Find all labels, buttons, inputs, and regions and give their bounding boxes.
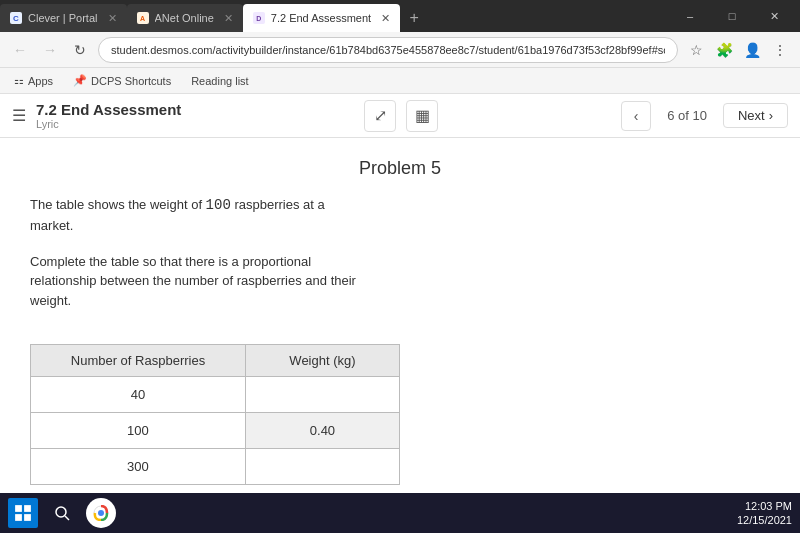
tab-clever-close[interactable]: ✕ [108,12,117,25]
bookmark-star-icon[interactable]: ☆ [684,38,708,62]
svg-line-5 [65,516,69,520]
clever-favicon: C [10,12,22,24]
svg-point-4 [56,507,66,517]
back-button[interactable]: ← [8,38,32,62]
start-button[interactable] [8,498,38,528]
dcps-icon: 📌 [73,74,87,87]
apps-label: Apps [28,75,53,87]
table-cell-weight: 0.40 [245,413,399,449]
table-cell-raspberries: 300 [31,449,246,485]
time-display: 12:03 PM [737,499,792,513]
highlight-number: 100 [206,197,231,213]
svg-rect-0 [15,505,22,512]
toolbar-icons: ☆ 🧩 👤 ⋮ [684,38,792,62]
title-bar: C Clever | Portal ✕ A ANet Online ✕ D 7.… [0,0,800,32]
svg-rect-1 [24,505,31,512]
tabs-container: C Clever | Portal ✕ A ANet Online ✕ D 7.… [0,0,428,32]
tab-clever[interactable]: C Clever | Portal ✕ [0,4,127,32]
taskbar-chrome-icon[interactable] [86,498,116,528]
table-cell-raspberries: 100 [31,413,246,449]
page-content: ☰ 7.2 End Assessment Lyric ⤢ ▦ ‹ 6 of 10… [0,94,800,533]
table-row: 300 [31,449,400,485]
address-input[interactable] [98,37,678,63]
data-table: Number of Raspberries Weight (kg) 401000… [30,344,400,485]
table-cell-raspberries: 40 [31,377,246,413]
app-title: 7.2 End Assessment [36,101,181,118]
hamburger-menu-icon[interactable]: ☰ [12,106,26,125]
minimize-button[interactable]: – [670,0,710,32]
problem-title: Problem 5 [30,158,770,179]
table-cell-weight[interactable] [245,377,399,413]
menu-dots-icon[interactable]: ⋮ [768,38,792,62]
tab-anet[interactable]: A ANet Online ✕ [127,4,243,32]
tab-desmos-close[interactable]: ✕ [381,12,390,25]
dcps-bookmark[interactable]: 📌 DCPS Shortcuts [67,72,177,89]
taskbar-left [8,498,116,528]
tab-anet-label: ANet Online [155,12,214,24]
tab-clever-label: Clever | Portal [28,12,98,24]
address-bar: ← → ↻ ☆ 🧩 👤 ⋮ [0,32,800,68]
dcps-label: DCPS Shortcuts [91,75,171,87]
next-icon: › [769,108,773,123]
tab-desmos[interactable]: D 7.2 End Assessment ✕ [243,4,400,32]
svg-rect-3 [24,514,31,521]
date-display: 12/15/2021 [737,513,792,527]
app-header-left: ☰ 7.2 End Assessment Lyric [12,101,181,130]
app-header-right: ‹ 6 of 10 Next › [621,101,788,131]
svg-point-7 [98,510,104,516]
description-part1: The table shows the weight of [30,197,206,212]
taskbar: 12:03 PM 12/15/2021 [0,493,800,533]
reload-button[interactable]: ↻ [68,38,92,62]
tab-anet-close[interactable]: ✕ [224,12,233,25]
app-title-block: 7.2 End Assessment Lyric [36,101,181,130]
new-tab-button[interactable]: + [400,4,428,32]
main-area: Problem 5 The table shows the weight of … [0,138,800,533]
taskbar-right: 12:03 PM 12/15/2021 [737,499,792,528]
reading-list-bookmark[interactable]: Reading list [185,73,254,89]
maximize-button[interactable]: □ [712,0,752,32]
apps-bookmark[interactable]: ⚏ Apps [8,72,59,89]
reading-list-label: Reading list [191,75,248,87]
taskbar-search-button[interactable] [46,498,78,528]
col2-header: Weight (kg) [245,345,399,377]
close-button[interactable]: ✕ [754,0,794,32]
page-counter: 6 of 10 [659,108,715,123]
desmos-favicon: D [253,12,265,24]
forward-button[interactable]: → [38,38,62,62]
next-page-button[interactable]: Next › [723,103,788,128]
apps-icon: ⚏ [14,74,24,87]
app-header: ☰ 7.2 End Assessment Lyric ⤢ ▦ ‹ 6 of 10… [0,94,800,138]
bookmarks-bar: ⚏ Apps 📌 DCPS Shortcuts Reading list [0,68,800,94]
col1-header: Number of Raspberries [31,345,246,377]
table-row: 40 [31,377,400,413]
app-header-center: ⤢ ▦ [364,100,438,132]
extensions-icon[interactable]: 🧩 [712,38,736,62]
table-row: 1000.40 [31,413,400,449]
taskbar-time: 12:03 PM 12/15/2021 [737,499,792,528]
profile-icon[interactable]: 👤 [740,38,764,62]
next-label: Next [738,108,765,123]
window-controls: – □ ✕ [670,0,794,32]
svg-rect-2 [15,514,22,521]
problem-description-line2: Complete the table so that there is a pr… [30,252,370,311]
expand-button[interactable]: ⤢ [364,100,396,132]
problem-description: The table shows the weight of 100 raspbe… [30,195,370,236]
prev-page-button[interactable]: ‹ [621,101,651,131]
browser-frame: C Clever | Portal ✕ A ANet Online ✕ D 7.… [0,0,800,533]
calculator-button[interactable]: ▦ [406,100,438,132]
table-cell-weight[interactable] [245,449,399,485]
anet-favicon: A [137,12,149,24]
tab-desmos-label: 7.2 End Assessment [271,12,371,24]
app-subtitle: Lyric [36,118,181,130]
